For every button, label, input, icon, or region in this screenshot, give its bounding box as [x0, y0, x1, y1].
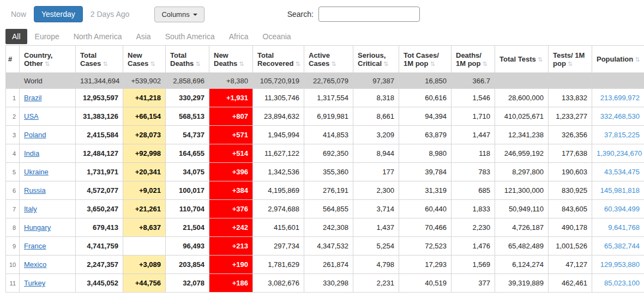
- population-cell[interactable]: 65,382,744: [592, 237, 644, 256]
- tab-oceania[interactable]: Oceania: [256, 29, 298, 44]
- rank-cell: 7: [6, 200, 20, 218]
- sort-icon[interactable]: ⇅: [103, 60, 107, 67]
- sort-icon[interactable]: ⇅: [150, 60, 155, 67]
- population-cell[interactable]: 1,390,234,670: [592, 144, 644, 163]
- sort-icon[interactable]: ⇅: [635, 56, 640, 63]
- total-deaths-cell: 34,075: [166, 163, 209, 181]
- two-days-ago-button[interactable]: 2 Days Ago: [91, 10, 130, 19]
- population-link[interactable]: 213,699,972: [600, 94, 640, 102]
- new-cases-cell: +28,073: [123, 126, 166, 144]
- total-tests-cell: 50,949,110: [495, 200, 549, 218]
- country-cell: France: [20, 237, 76, 256]
- tab-all[interactable]: All: [5, 29, 27, 44]
- population-cell[interactable]: 60,394,499: [592, 200, 644, 218]
- deaths-per-1m-cell: 1,546: [452, 89, 495, 107]
- sort-icon[interactable]: ⇅: [195, 60, 200, 67]
- population-cell[interactable]: 332,468,530: [592, 107, 644, 126]
- population-link[interactable]: 60,394,499: [604, 205, 640, 213]
- country-link-hungary[interactable]: Hungary: [24, 223, 51, 232]
- sort-icon[interactable]: ⇅: [568, 60, 573, 67]
- cases-per-1m-cell: 31,319: [399, 181, 452, 200]
- tests-per-1m-cell: 830,925: [549, 181, 592, 200]
- serious-critical-cell: 2,231: [353, 274, 399, 293]
- world-active-cases-cell: 22,765,079: [304, 73, 353, 89]
- population-link[interactable]: 37,815,225: [604, 131, 640, 139]
- world-deaths-per-1m-cell: 366.7: [452, 73, 495, 89]
- active-cases-cell: 414,853: [304, 126, 353, 144]
- col-header-rank: #: [6, 46, 20, 73]
- population-link[interactable]: 129,953,880: [600, 260, 640, 269]
- country-link-mexico[interactable]: Mexico: [24, 260, 46, 269]
- population-link[interactable]: 332,468,530: [600, 112, 640, 120]
- col-header-total-recovered[interactable]: Total Recovered⇅: [253, 46, 304, 73]
- tab-europe[interactable]: Europe: [28, 29, 66, 44]
- col-header-tot-cases-1m-pop[interactable]: Tot Cases/ 1M pop⇅: [399, 46, 452, 73]
- columns-dropdown-button[interactable]: Columns: [154, 7, 204, 22]
- population-cell[interactable]: 37,815,225: [592, 126, 644, 144]
- sort-icon[interactable]: ⇅: [239, 60, 244, 67]
- country-link-turkey[interactable]: Turkey: [24, 279, 45, 287]
- tab-asia[interactable]: Asia: [129, 29, 157, 44]
- col-header-label: Deaths/ 1M pop: [456, 51, 482, 68]
- yesterday-button[interactable]: Yesterday: [34, 6, 83, 22]
- table-header-row: #Country, Other⇅Total Cases⇅New Cases⇅To…: [6, 46, 644, 73]
- population-link[interactable]: 65,382,744: [604, 242, 640, 250]
- sort-icon[interactable]: ⇅: [331, 60, 336, 67]
- total-recovered-cell: 3,082,676: [253, 274, 304, 293]
- population-cell[interactable]: 9,641,768: [592, 218, 644, 237]
- tab-south-america[interactable]: South America: [159, 29, 221, 44]
- country-link-usa[interactable]: USA: [24, 112, 39, 120]
- deaths-per-1m-cell: 685: [452, 181, 495, 200]
- country-link-poland[interactable]: Poland: [24, 131, 46, 139]
- search-input[interactable]: [318, 7, 420, 22]
- total-deaths-cell: 21,504: [166, 218, 209, 237]
- col-header-serious-critical[interactable]: Serious, Critical⇅: [353, 46, 399, 73]
- total-recovered-cell: 2,974,688: [253, 200, 304, 218]
- col-header-total-cases[interactable]: Total Cases⇅: [76, 46, 123, 73]
- col-header-label: New Deaths: [214, 51, 237, 68]
- population-link[interactable]: 9,641,768: [608, 223, 640, 232]
- new-deaths-cell: +1,931: [209, 89, 253, 107]
- sort-icon[interactable]: ⇅: [295, 60, 300, 67]
- population-cell[interactable]: 129,953,880: [592, 256, 644, 274]
- population-cell[interactable]: 43,534,475: [592, 163, 644, 181]
- col-header-tests-1m-pop[interactable]: Tests/ 1M pop⇅: [549, 46, 592, 73]
- population-link[interactable]: 1,390,234,670: [597, 149, 642, 157]
- col-header-total-tests[interactable]: Total Tests⇅: [495, 46, 549, 73]
- country-cell: Poland: [20, 126, 76, 144]
- sort-icon[interactable]: ⇅: [430, 60, 435, 67]
- country-link-russia[interactable]: Russia: [24, 186, 46, 194]
- sort-icon[interactable]: ⇅: [483, 60, 487, 67]
- col-header-new-deaths[interactable]: New Deaths⇅: [209, 46, 253, 73]
- col-header-active-cases[interactable]: Active Cases⇅: [304, 46, 353, 73]
- tests-per-1m-cell: 462,461: [549, 274, 592, 293]
- country-link-ukraine[interactable]: Ukraine: [24, 168, 49, 176]
- population-link[interactable]: 43,534,475: [604, 168, 640, 176]
- country-link-france[interactable]: France: [24, 242, 46, 250]
- col-header-label: Total Tests: [499, 55, 536, 63]
- sort-icon[interactable]: ⇅: [383, 60, 388, 67]
- population-link[interactable]: 145,981,818: [600, 186, 640, 194]
- country-link-india[interactable]: India: [24, 149, 39, 157]
- sort-icon[interactable]: ⇅: [45, 60, 50, 67]
- active-cases-cell: 276,191: [304, 181, 353, 200]
- worldometers-page: Now Yesterday 2 Days Ago Columns Search:…: [0, 0, 644, 293]
- country-link-brazil[interactable]: Brazil: [24, 94, 42, 102]
- country-row-italy: 7Italy3,650,247+21,261110,704+3762,974,6…: [6, 200, 644, 218]
- col-header-total-deaths[interactable]: Total Deaths⇅: [166, 46, 209, 73]
- col-header-country-other[interactable]: Country, Other⇅: [20, 46, 76, 73]
- population-link[interactable]: 85,023,100: [604, 279, 640, 287]
- col-header-deaths-1m-pop[interactable]: Deaths/ 1M pop⇅: [452, 46, 495, 73]
- population-cell[interactable]: 213,699,972: [592, 89, 644, 107]
- tab-africa[interactable]: Africa: [222, 29, 255, 44]
- col-header-new-cases[interactable]: New Cases⇅: [123, 46, 166, 73]
- now-button[interactable]: Now: [11, 10, 26, 19]
- population-cell[interactable]: 145,981,818: [592, 181, 644, 200]
- country-link-italy[interactable]: Italy: [24, 205, 37, 213]
- col-header-population[interactable]: Population⇅: [592, 46, 644, 73]
- tab-north-america[interactable]: North America: [67, 29, 129, 44]
- population-cell[interactable]: 85,023,100: [592, 274, 644, 293]
- sort-icon[interactable]: ⇅: [538, 56, 543, 63]
- world-population-cell: [592, 73, 644, 89]
- world-new-cases-cell: +539,902: [123, 73, 166, 89]
